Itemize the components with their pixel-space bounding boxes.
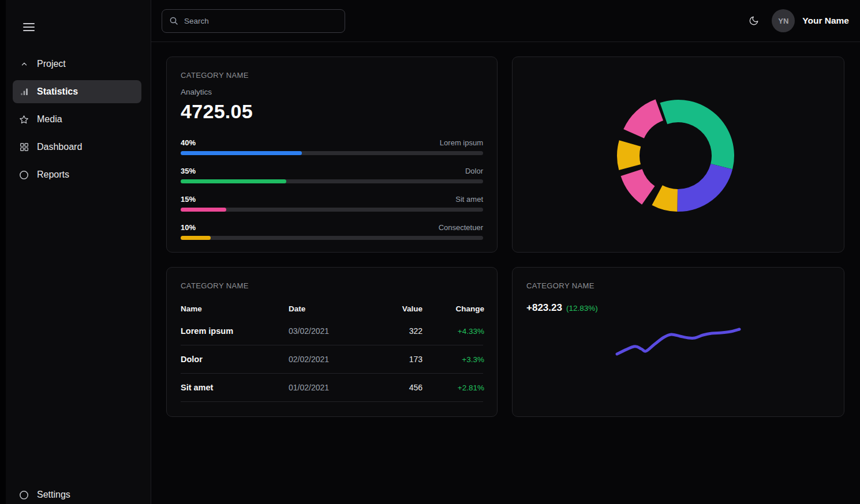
- donut-segment: [621, 169, 655, 205]
- hamburger-icon: [23, 23, 35, 24]
- card-eyebrow: CATEGORY NAME: [181, 71, 483, 80]
- theme-toggle-button[interactable]: [749, 16, 759, 26]
- table-column-header: Change: [422, 304, 484, 313]
- moon-icon: [749, 16, 759, 26]
- sidebar-item-label: Dashboard: [37, 142, 82, 152]
- trend-summary: +823.23 (12.83%): [526, 302, 830, 314]
- donut-chart: [513, 57, 844, 252]
- cell-date: 01/02/2021: [289, 383, 377, 392]
- table-card: CATEGORY NAME NameDateValueChange Lorem …: [166, 267, 498, 417]
- progress-percent: 15%: [181, 195, 196, 204]
- progress-bar-list: 40%Lorem ipsum35%Dolor15%Sit amet10%Cons…: [181, 138, 483, 240]
- sidebar-item-project[interactable]: Project: [13, 52, 141, 76]
- sidebar-item-label: Project: [37, 59, 66, 69]
- user-name[interactable]: Your Name: [802, 16, 849, 26]
- progress-label: Consectetuer: [439, 223, 483, 232]
- progress-label: Dolor: [465, 167, 483, 175]
- grid-icon: [19, 142, 29, 152]
- cell-date: 03/02/2021: [289, 326, 377, 336]
- table-row: Lorem ipsum03/02/2021322+4.33%: [181, 317, 483, 345]
- cell-value: 322: [377, 326, 422, 336]
- table-column-header: Name: [181, 304, 289, 313]
- chevron-up-icon: [19, 59, 29, 69]
- sidebar-item-label: Reports: [37, 170, 69, 180]
- star-icon: [19, 115, 29, 125]
- sidebar-item-label: Media: [37, 114, 62, 125]
- hamburger-menu-button[interactable]: [23, 21, 35, 33]
- trend-sparkline-chart: [513, 268, 844, 416]
- progress-fill: [181, 151, 302, 155]
- progress-label: Lorem ipsum: [440, 138, 483, 147]
- search-input[interactable]: [184, 17, 338, 25]
- bar-chart-icon: [19, 87, 29, 97]
- progress-percent: 40%: [181, 138, 196, 147]
- sidebar-item-media[interactable]: Media: [13, 108, 141, 131]
- table-body: Lorem ipsum03/02/2021322+4.33%Dolor02/02…: [181, 317, 483, 402]
- progress-percent: 10%: [181, 223, 196, 232]
- progress-fill: [181, 208, 226, 212]
- progress-track: [181, 208, 483, 212]
- circle-icon: [19, 490, 29, 500]
- cell-name: Dolor: [181, 355, 289, 364]
- analytics-card: CATEGORY NAME Analytics 4725.05 40%Lorem…: [166, 57, 498, 253]
- donut-segment: [652, 185, 678, 212]
- sidebar-item-settings[interactable]: Settings: [13, 483, 141, 504]
- progress-track: [181, 151, 483, 155]
- content-area: YN Your Name CATEGORY NAME Analytics 472…: [151, 0, 860, 504]
- cell-change: +4.33%: [422, 327, 484, 336]
- analytics-value: 4725.05: [181, 100, 483, 123]
- cell-name: Lorem ipsum: [181, 326, 289, 336]
- donut-segment: [617, 140, 641, 170]
- hamburger-icon: [23, 27, 35, 28]
- search-icon: [169, 16, 178, 25]
- sidebar-item-label: Settings: [37, 490, 70, 500]
- progress-label: Sit amet: [455, 195, 483, 204]
- cell-change: +3.3%: [422, 355, 484, 364]
- trend-percent: (12.83%): [566, 304, 598, 313]
- card-eyebrow: CATEGORY NAME: [181, 281, 483, 290]
- topbar: YN Your Name: [151, 0, 860, 42]
- sidebar-item-reports[interactable]: Reports: [13, 163, 141, 186]
- progress-track: [181, 179, 483, 183]
- table-column-header: Value: [377, 304, 422, 313]
- sidebar-nav: ProjectStatisticsMediaDashboardReports: [13, 52, 141, 186]
- cell-change: +2.81%: [422, 383, 484, 392]
- sidebar-item-label: Statistics: [37, 86, 78, 97]
- cell-value: 173: [377, 355, 422, 364]
- donut-chart-card: [512, 57, 844, 253]
- cell-name: Sit amet: [181, 383, 289, 392]
- avatar[interactable]: YN: [772, 9, 795, 32]
- topbar-right: YN Your Name: [749, 9, 849, 32]
- sidebar-item-statistics[interactable]: Statistics: [13, 80, 141, 103]
- table-row: Dolor02/02/2021173+3.3%: [181, 345, 483, 374]
- cell-date: 02/02/2021: [289, 355, 377, 364]
- progress-percent: 35%: [181, 167, 196, 175]
- progress-row: 15%Sit amet: [181, 195, 483, 212]
- cell-value: 456: [377, 383, 422, 392]
- sidebar-item-dashboard[interactable]: Dashboard: [13, 136, 141, 159]
- trend-value: +823.23: [526, 302, 562, 314]
- sidebar-footer: Settings: [13, 483, 141, 504]
- progress-track: [181, 236, 483, 240]
- progress-row: 35%Dolor: [181, 167, 483, 183]
- search-box[interactable]: [162, 9, 345, 33]
- progress-row: 10%Consectetuer: [181, 223, 483, 240]
- hamburger-icon: [23, 30, 35, 31]
- table-header-row: NameDateValueChange: [181, 303, 483, 314]
- donut-segment: [677, 164, 732, 212]
- progress-fill: [181, 236, 211, 240]
- table-column-header: Date: [289, 304, 377, 313]
- donut-segment: [623, 99, 663, 138]
- donut-segment: [660, 100, 734, 169]
- sidebar: ProjectStatisticsMediaDashboardReports S…: [0, 0, 151, 504]
- dashboard-main: CATEGORY NAME Analytics 4725.05 40%Lorem…: [151, 42, 860, 504]
- table-row: Sit amet01/02/2021456+2.81%: [181, 374, 483, 402]
- circle-icon: [19, 170, 29, 180]
- analytics-subtitle: Analytics: [181, 88, 483, 96]
- app-window: ProjectStatisticsMediaDashboardReports S…: [0, 0, 860, 504]
- trend-line: [617, 329, 739, 354]
- progress-fill: [181, 179, 286, 183]
- progress-row: 40%Lorem ipsum: [181, 138, 483, 155]
- trend-card: CATEGORY NAME +823.23 (12.83%): [512, 267, 844, 417]
